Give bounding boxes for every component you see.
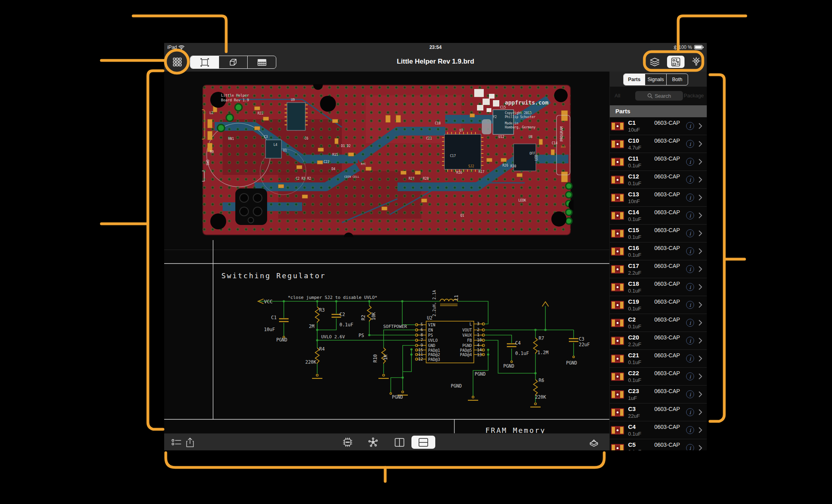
info-icon[interactable]: i bbox=[686, 122, 694, 130]
split-vertical-button[interactable] bbox=[393, 436, 406, 448]
svg-text:PGND: PGND bbox=[276, 337, 287, 343]
part-row[interactable]: C180.1uF0603-CAPi bbox=[610, 278, 707, 296]
chevron-right-icon bbox=[698, 445, 702, 450]
tab-both[interactable]: Both bbox=[667, 74, 688, 85]
part-row[interactable]: C220.1uF0603-CAPi bbox=[610, 368, 707, 386]
part-row[interactable]: C140.1uF0603-CAPi bbox=[610, 207, 707, 225]
part-row[interactable]: C110uF0603-CAPi bbox=[610, 117, 707, 135]
svg-text:10: 10 bbox=[477, 338, 482, 342]
svg-text:PS: PS bbox=[428, 333, 433, 337]
part-thumbnail-icon bbox=[611, 122, 624, 130]
svg-text:Made in: Made in bbox=[505, 122, 518, 125]
part-package: 0603-CAP bbox=[654, 155, 680, 162]
svg-text:4: 4 bbox=[477, 343, 479, 347]
part-name: C1 bbox=[628, 119, 636, 126]
tab-parts[interactable]: Parts bbox=[624, 74, 645, 85]
svg-text:VOUT: VOUT bbox=[462, 328, 472, 332]
part-row[interactable]: C172.2uF0603-CAPi bbox=[610, 260, 707, 278]
svg-text:L2: L2 bbox=[209, 111, 213, 115]
network-view-button[interactable] bbox=[366, 436, 380, 448]
battery-percent: 100 % bbox=[679, 45, 692, 50]
view-board-outline-button[interactable] bbox=[190, 56, 219, 68]
part-row[interactable]: C231uF0603-CAPi bbox=[610, 386, 707, 403]
part-row[interactable]: C160.1uF0603-CAPi bbox=[610, 242, 707, 260]
scope-package-label[interactable]: Package bbox=[684, 93, 704, 99]
part-package: 0603-CAP bbox=[654, 388, 680, 394]
view-table-button[interactable] bbox=[248, 56, 276, 68]
part-row[interactable]: C1310nF0603-CAPi bbox=[610, 189, 707, 207]
chip-view-button[interactable] bbox=[341, 436, 354, 448]
part-row[interactable]: C40.1uF0603-CAPi bbox=[610, 421, 707, 439]
svg-text:PAD@3: PAD@3 bbox=[428, 357, 440, 362]
highlight-button[interactable] bbox=[690, 56, 702, 68]
info-icon[interactable]: i bbox=[686, 337, 694, 345]
svg-text:L4: L4 bbox=[273, 143, 277, 147]
info-icon[interactable]: i bbox=[686, 372, 694, 380]
info-icon[interactable]: i bbox=[686, 301, 694, 309]
part-row[interactable]: C110.1uF0603-CAPi bbox=[610, 153, 707, 171]
svg-text:C2: C2 bbox=[339, 312, 345, 317]
svg-text:10K: 10K bbox=[371, 312, 376, 320]
svg-text:PAD@4: PAD@4 bbox=[460, 353, 472, 357]
part-value: 0.1uF bbox=[628, 324, 641, 330]
svg-text:C1: C1 bbox=[271, 315, 277, 320]
share-button[interactable] bbox=[184, 436, 196, 448]
info-icon[interactable]: i bbox=[686, 229, 694, 237]
part-name: C4 bbox=[628, 423, 636, 430]
tab-signals[interactable]: Signals bbox=[645, 74, 667, 85]
part-row[interactable]: C190.1uF0603-CAPi bbox=[610, 296, 707, 314]
view-3d-button[interactable] bbox=[219, 56, 248, 68]
info-icon[interactable]: i bbox=[686, 158, 694, 166]
info-icon[interactable]: i bbox=[686, 247, 694, 255]
scope-all-label[interactable]: All bbox=[615, 93, 620, 99]
info-icon[interactable]: i bbox=[686, 265, 694, 273]
schematic-view[interactable]: Switching Regulator*close jumper SJ2 to … bbox=[164, 238, 609, 433]
part-row[interactable]: C210.1uF0603-CAPi bbox=[610, 350, 707, 368]
info-icon[interactable]: i bbox=[686, 390, 694, 398]
board-schematic-toggle-button[interactable] bbox=[667, 56, 685, 68]
svg-text:C6: C6 bbox=[304, 137, 308, 140]
part-row[interactable]: C50.1uF0603-CAPi bbox=[610, 439, 707, 450]
svg-text:3V3: 3V3 bbox=[560, 145, 566, 149]
info-icon[interactable]: i bbox=[686, 319, 694, 327]
part-value: 4.7uF bbox=[628, 145, 641, 151]
info-icon[interactable]: i bbox=[686, 176, 694, 184]
svg-text:Board Rev 1.9: Board Rev 1.9 bbox=[221, 98, 249, 102]
info-icon[interactable]: i bbox=[686, 140, 694, 148]
svg-text:C21: C21 bbox=[426, 137, 432, 140]
part-package: 0603-CAP bbox=[654, 263, 680, 269]
info-icon[interactable]: i bbox=[686, 444, 694, 450]
info-icon[interactable]: i bbox=[686, 211, 694, 219]
part-row[interactable]: C150.1uF0603-CAPi bbox=[610, 225, 707, 242]
parts-list[interactable]: C110uF0603-CAPiC104.7uF0603-CAPiC110.1uF… bbox=[610, 117, 707, 450]
part-row[interactable]: C322uF0603-CAPi bbox=[610, 403, 707, 421]
layers-button[interactable] bbox=[648, 56, 661, 68]
options-list-button[interactable] bbox=[170, 437, 183, 448]
search-input[interactable]: Search bbox=[635, 91, 683, 101]
annotation-left-bracket bbox=[148, 71, 163, 429]
part-row[interactable]: C202.2uF0603-CAPi bbox=[610, 332, 707, 350]
info-icon[interactable]: i bbox=[686, 194, 694, 202]
info-icon[interactable]: i bbox=[686, 426, 694, 434]
svg-text:D4: D4 bbox=[332, 167, 336, 171]
part-row[interactable]: C20.1uF0603-CAPi bbox=[610, 314, 707, 332]
split-horizontal-button[interactable] bbox=[411, 436, 435, 449]
svg-text:C23: C23 bbox=[324, 160, 330, 164]
info-icon[interactable]: i bbox=[686, 408, 694, 416]
info-icon[interactable]: i bbox=[686, 283, 694, 291]
pcb-board-view[interactable]: Little HelperBoard Rev 1.9appfruits.comC… bbox=[202, 84, 574, 237]
info-icon[interactable]: i bbox=[686, 355, 694, 362]
screenshot-stage: iPad 23:54 100 % Little bbox=[0, 0, 832, 504]
part-value: 10nF bbox=[628, 198, 640, 204]
part-package: 0603-CAP bbox=[654, 227, 680, 233]
svg-text:1.2M: 1.2M bbox=[537, 350, 549, 355]
svg-text:6: 6 bbox=[421, 328, 423, 332]
svg-text:PAD@1: PAD@1 bbox=[428, 348, 440, 353]
board-3d-button[interactable] bbox=[587, 436, 601, 448]
parts-section-header: Parts bbox=[610, 105, 707, 117]
part-row[interactable]: C120.1uF0603-CAPi bbox=[610, 171, 707, 189]
main-viewer[interactable]: Little HelperBoard Rev 1.9appfruits.comC… bbox=[164, 72, 609, 433]
svg-text:5: 5 bbox=[421, 322, 423, 327]
part-row[interactable]: C104.7uF0603-CAPi bbox=[610, 135, 707, 153]
app-grid-button[interactable] bbox=[171, 56, 183, 68]
